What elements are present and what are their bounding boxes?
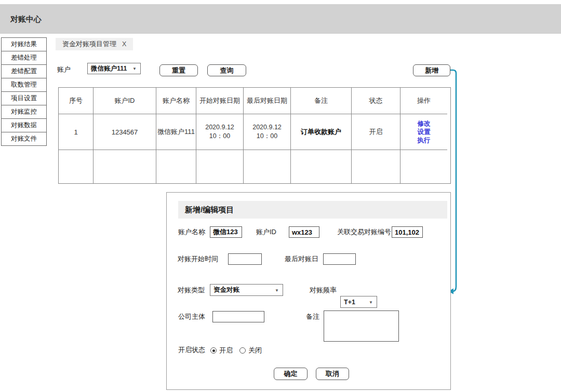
settings-link[interactable]: 设置 <box>418 128 431 136</box>
sidebar-item-recon-result[interactable]: 对账结果 <box>1 37 47 51</box>
account-filter-label: 账户 <box>57 65 71 74</box>
sidebar-item-error-handle[interactable]: 差错处理 <box>1 51 47 65</box>
chevron-down-icon: ▼ <box>369 300 373 304</box>
empty-cell <box>291 150 352 183</box>
sidebar-item-data-fetch[interactable]: 取数管理 <box>1 78 47 92</box>
search-button[interactable]: 查询 <box>207 64 246 76</box>
sidebar-item-recon-files[interactable]: 对账文件 <box>1 132 47 146</box>
company-label: 公司主体 <box>178 311 205 322</box>
sidebar-item-project-settings[interactable]: 项目设置 <box>1 91 47 105</box>
app-title: 对账中心 <box>10 4 42 34</box>
reset-button[interactable]: 重置 <box>159 64 198 76</box>
recon-start-time-label: 对账开始时间 <box>178 253 218 265</box>
col-header-last-date: 最后对账日期 <box>244 88 291 114</box>
row-actions: 修改 设置 执行 <box>400 114 447 150</box>
add-edit-project-panel: 新增/编辑项目 账户名称 微信123 账户ID wx123 关联交易对账编号 1… <box>166 192 451 390</box>
add-button[interactable]: 新增 <box>413 64 450 76</box>
radio-status-on[interactable]: 开启 <box>210 346 233 355</box>
chevron-down-icon: ▼ <box>275 288 279 292</box>
row-start-date: 2020.9.12 10：00 <box>196 114 244 150</box>
account-filter-dropdown[interactable]: 微信账户111 ▼ <box>87 63 141 74</box>
empty-cell <box>352 150 400 183</box>
recon-freq-dropdown[interactable]: T+1 ▼ <box>340 296 377 308</box>
chevron-down-icon: ▼ <box>132 66 137 71</box>
radio-on-label: 开启 <box>219 346 233 355</box>
recon-type-label: 对账类型 <box>178 285 205 296</box>
modal-title: 新增/编辑项目 <box>178 201 447 219</box>
empty-cell <box>156 150 196 183</box>
account-name-label: 账户名称 <box>178 226 205 238</box>
cancel-button[interactable]: 取消 <box>316 368 349 380</box>
tab-label: 资金对账项目管理 <box>62 39 116 49</box>
account-filter-value: 微信账户111 <box>91 64 127 73</box>
radio-unselected-icon <box>239 347 246 354</box>
account-id-input[interactable]: wx123 <box>289 226 319 238</box>
recon-freq-label: 对账频率 <box>310 285 337 296</box>
account-name-input[interactable]: 微信123 <box>210 226 242 238</box>
related-recon-no-label: 关联交易对账编号 <box>337 226 391 238</box>
col-header-index: 序号 <box>59 88 94 114</box>
radio-status-off[interactable]: 关闭 <box>239 346 262 355</box>
recon-start-time-input[interactable] <box>228 253 262 265</box>
start-time-value: 10：00 <box>209 132 230 141</box>
row-account-name: 微信账户111 <box>156 114 196 150</box>
last-date-value: 2020.9.12 <box>252 123 282 132</box>
col-header-status: 状态 <box>352 88 400 114</box>
last-recon-day-label: 最后对账日 <box>285 253 318 265</box>
empty-cell <box>196 150 244 183</box>
col-header-actions: 操作 <box>400 88 447 114</box>
last-time-value: 10：00 <box>257 132 277 141</box>
row-index: 1 <box>59 114 94 150</box>
empty-cell <box>244 150 291 183</box>
col-header-account-name: 账户名称 <box>156 88 196 114</box>
col-header-account-id: 账户ID <box>94 88 156 114</box>
row-account-id: 1234567 <box>94 114 156 150</box>
sidebar: 对账结果 差错处理 差错配置 取数管理 项目设置 对账监控 对账数据 对账文件 <box>1 37 47 146</box>
tab-close-icon[interactable]: X <box>122 40 126 48</box>
row-remark: 订单收款账户 <box>291 114 352 150</box>
modify-link[interactable]: 修改 <box>418 119 431 128</box>
recon-project-table: 序号 账户ID 账户名称 开始对账日期 最后对账日期 备注 状态 操作 1 12… <box>58 87 451 184</box>
empty-cell <box>94 150 156 183</box>
row-status: 开启 <box>352 114 400 150</box>
sidebar-item-error-config[interactable]: 差错配置 <box>1 64 47 78</box>
start-date-value: 2020.9.12 <box>205 123 234 132</box>
sidebar-item-recon-data[interactable]: 对账数据 <box>1 118 47 132</box>
account-id-label: 账户ID <box>256 226 276 238</box>
remark-label: 备注 <box>306 311 319 322</box>
last-recon-day-input[interactable] <box>323 253 356 265</box>
sidebar-item-recon-monitor[interactable]: 对账监控 <box>1 105 47 119</box>
related-recon-no-input[interactable]: 101,102 <box>392 226 423 238</box>
empty-cell <box>59 150 94 183</box>
execute-link[interactable]: 执行 <box>418 136 431 144</box>
radio-selected-icon <box>210 347 217 354</box>
recon-freq-value: T+1 <box>344 299 355 306</box>
top-header-bar: 对账中心 <box>0 4 561 34</box>
recon-type-dropdown[interactable]: 资金对账 ▼ <box>210 284 283 296</box>
row-last-date: 2020.9.12 10：00 <box>244 114 291 150</box>
empty-cell <box>400 150 447 183</box>
col-header-remark: 备注 <box>291 88 352 114</box>
remark-textarea[interactable] <box>324 310 399 342</box>
company-input[interactable] <box>212 311 264 322</box>
col-header-start-date: 开始对账日期 <box>196 88 244 114</box>
confirm-button[interactable]: 确定 <box>274 368 308 380</box>
recon-type-value: 资金对账 <box>213 286 239 294</box>
tab-fund-recon-project[interactable]: 资金对账项目管理 X <box>56 38 133 50</box>
enable-status-label: 开启状态 <box>178 344 205 356</box>
radio-off-label: 关闭 <box>248 346 262 355</box>
modal-title-band: 新增/编辑项目 <box>178 201 447 219</box>
